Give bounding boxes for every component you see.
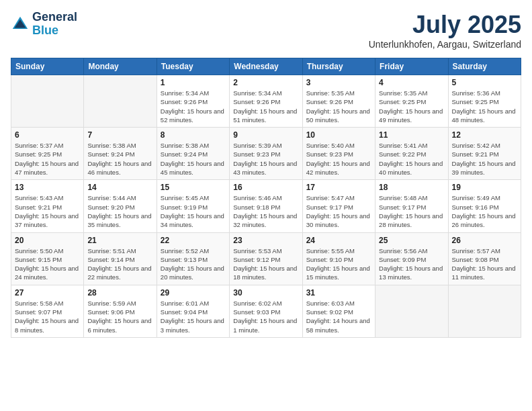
day-info: Sunrise: 5:38 AM Sunset: 9:24 PM Dayligh… (161, 141, 226, 177)
day-number: 19 (452, 183, 517, 192)
day-info: Sunrise: 5:40 AM Sunset: 9:23 PM Dayligh… (306, 141, 371, 177)
header-sunday: Sunday (11, 58, 84, 75)
day-number: 4 (379, 78, 444, 87)
table-row: 23Sunrise: 5:53 AM Sunset: 9:12 PM Dayli… (230, 232, 302, 285)
table-row: 21Sunrise: 5:51 AM Sunset: 9:14 PM Dayli… (84, 232, 157, 285)
day-info: Sunrise: 5:48 AM Sunset: 9:17 PM Dayligh… (379, 193, 444, 229)
day-number: 6 (15, 130, 80, 140)
table-row: 9Sunrise: 5:39 AM Sunset: 9:23 PM Daylig… (230, 128, 302, 180)
day-info: Sunrise: 5:43 AM Sunset: 9:21 PM Dayligh… (15, 193, 80, 229)
table-row: 7Sunrise: 5:38 AM Sunset: 9:24 PM Daylig… (84, 128, 157, 180)
table-row: 6Sunrise: 5:37 AM Sunset: 9:25 PM Daylig… (11, 128, 84, 180)
table-row (448, 285, 521, 337)
table-row: 15Sunrise: 5:45 AM Sunset: 9:19 PM Dayli… (157, 180, 229, 232)
table-row: 17Sunrise: 5:47 AM Sunset: 9:17 PM Dayli… (302, 180, 375, 232)
header-wednesday: Wednesday (230, 58, 302, 75)
day-number: 10 (306, 130, 371, 140)
day-info: Sunrise: 5:38 AM Sunset: 9:24 PM Dayligh… (87, 141, 152, 177)
day-info: Sunrise: 5:42 AM Sunset: 9:21 PM Dayligh… (452, 141, 517, 177)
day-info: Sunrise: 5:51 AM Sunset: 9:14 PM Dayligh… (87, 246, 152, 282)
header-saturday: Saturday (448, 58, 521, 75)
calendar-week-4: 20Sunrise: 5:50 AM Sunset: 9:15 PM Dayli… (11, 232, 521, 285)
day-info: Sunrise: 5:53 AM Sunset: 9:12 PM Dayligh… (233, 246, 298, 282)
logo-text-line1: General (32, 11, 77, 24)
table-row: 8Sunrise: 5:38 AM Sunset: 9:24 PM Daylig… (157, 128, 229, 180)
day-number: 22 (161, 236, 226, 245)
day-number: 28 (87, 288, 152, 298)
calendar-table: Sunday Monday Tuesday Wednesday Thursday… (11, 58, 521, 338)
day-number: 1 (161, 78, 226, 87)
day-info: Sunrise: 5:47 AM Sunset: 9:17 PM Dayligh… (306, 193, 371, 229)
location-subtitle: Unterlunkhofen, Aargau, Switzerland (369, 39, 521, 50)
header-monday: Monday (84, 58, 157, 75)
day-info: Sunrise: 5:59 AM Sunset: 9:06 PM Dayligh… (87, 299, 152, 334)
table-row: 22Sunrise: 5:52 AM Sunset: 9:13 PM Dayli… (157, 232, 229, 285)
calendar-week-2: 6Sunrise: 5:37 AM Sunset: 9:25 PM Daylig… (11, 128, 521, 180)
table-row: 19Sunrise: 5:49 AM Sunset: 9:16 PM Dayli… (448, 180, 521, 232)
table-row: 2Sunrise: 5:34 AM Sunset: 9:26 PM Daylig… (230, 75, 302, 128)
header-friday: Friday (375, 58, 448, 75)
day-info: Sunrise: 5:50 AM Sunset: 9:15 PM Dayligh… (15, 246, 80, 282)
table-row: 4Sunrise: 5:35 AM Sunset: 9:25 PM Daylig… (375, 75, 448, 128)
day-number: 5 (452, 78, 517, 87)
day-number: 9 (233, 130, 298, 140)
table-row: 5Sunrise: 5:36 AM Sunset: 9:25 PM Daylig… (448, 75, 521, 128)
day-number: 13 (15, 183, 80, 192)
table-row (375, 285, 448, 337)
day-info: Sunrise: 6:03 AM Sunset: 9:02 PM Dayligh… (306, 299, 371, 334)
title-block: July 2025 Unterlunkhofen, Aargau, Switze… (369, 11, 521, 50)
header-tuesday: Tuesday (157, 58, 229, 75)
table-row: 25Sunrise: 5:56 AM Sunset: 9:09 PM Dayli… (375, 232, 448, 285)
table-row: 26Sunrise: 5:57 AM Sunset: 9:08 PM Dayli… (448, 232, 521, 285)
day-info: Sunrise: 5:55 AM Sunset: 9:10 PM Dayligh… (306, 246, 371, 282)
header-thursday: Thursday (302, 58, 375, 75)
table-row: 28Sunrise: 5:59 AM Sunset: 9:06 PM Dayli… (84, 285, 157, 337)
logo-text-line2: Blue (32, 24, 77, 38)
day-info: Sunrise: 6:01 AM Sunset: 9:04 PM Dayligh… (161, 299, 226, 334)
day-number: 24 (306, 236, 371, 245)
day-info: Sunrise: 5:45 AM Sunset: 9:19 PM Dayligh… (161, 193, 226, 229)
day-number: 18 (379, 183, 444, 192)
month-title: July 2025 (369, 11, 521, 39)
table-row: 30Sunrise: 6:02 AM Sunset: 9:03 PM Dayli… (230, 285, 302, 337)
table-row: 27Sunrise: 5:58 AM Sunset: 9:07 PM Dayli… (11, 285, 84, 337)
day-info: Sunrise: 6:02 AM Sunset: 9:03 PM Dayligh… (233, 299, 298, 334)
day-info: Sunrise: 5:57 AM Sunset: 9:08 PM Dayligh… (452, 246, 517, 282)
day-info: Sunrise: 5:34 AM Sunset: 9:26 PM Dayligh… (161, 89, 226, 124)
table-row: 12Sunrise: 5:42 AM Sunset: 9:21 PM Dayli… (448, 128, 521, 180)
day-info: Sunrise: 5:49 AM Sunset: 9:16 PM Dayligh… (452, 193, 517, 229)
day-number: 8 (161, 130, 226, 140)
table-row: 16Sunrise: 5:46 AM Sunset: 9:18 PM Dayli… (230, 180, 302, 232)
table-row: 11Sunrise: 5:41 AM Sunset: 9:22 PM Dayli… (375, 128, 448, 180)
calendar-week-3: 13Sunrise: 5:43 AM Sunset: 9:21 PM Dayli… (11, 180, 521, 232)
day-number: 16 (233, 183, 298, 192)
day-number: 17 (306, 183, 371, 192)
day-info: Sunrise: 5:58 AM Sunset: 9:07 PM Dayligh… (15, 299, 80, 334)
day-number: 2 (233, 78, 298, 87)
day-number: 21 (87, 236, 152, 245)
calendar-week-1: 1Sunrise: 5:34 AM Sunset: 9:26 PM Daylig… (11, 75, 521, 128)
day-info: Sunrise: 5:35 AM Sunset: 9:26 PM Dayligh… (306, 89, 371, 124)
page-header: General Blue July 2025 Unterlunkhofen, A… (11, 11, 521, 50)
table-row (84, 75, 157, 128)
day-number: 14 (87, 183, 152, 192)
table-row: 3Sunrise: 5:35 AM Sunset: 9:26 PM Daylig… (302, 75, 375, 128)
day-number: 25 (379, 236, 444, 245)
table-row: 20Sunrise: 5:50 AM Sunset: 9:15 PM Dayli… (11, 232, 84, 285)
day-number: 26 (452, 236, 517, 245)
day-number: 20 (15, 236, 80, 245)
day-info: Sunrise: 5:56 AM Sunset: 9:09 PM Dayligh… (379, 246, 444, 282)
table-row: 29Sunrise: 6:01 AM Sunset: 9:04 PM Dayli… (157, 285, 229, 337)
day-number: 11 (379, 130, 444, 140)
day-info: Sunrise: 5:39 AM Sunset: 9:23 PM Dayligh… (233, 141, 298, 177)
day-number: 31 (306, 288, 371, 298)
day-info: Sunrise: 5:34 AM Sunset: 9:26 PM Dayligh… (233, 89, 298, 124)
calendar-week-5: 27Sunrise: 5:58 AM Sunset: 9:07 PM Dayli… (11, 285, 521, 337)
day-number: 23 (233, 236, 298, 245)
day-number: 7 (87, 130, 152, 140)
table-row: 24Sunrise: 5:55 AM Sunset: 9:10 PM Dayli… (302, 232, 375, 285)
day-number: 27 (15, 288, 80, 298)
calendar-header-row: Sunday Monday Tuesday Wednesday Thursday… (11, 58, 521, 75)
day-info: Sunrise: 5:35 AM Sunset: 9:25 PM Dayligh… (379, 89, 444, 124)
day-info: Sunrise: 5:37 AM Sunset: 9:25 PM Dayligh… (15, 141, 80, 177)
